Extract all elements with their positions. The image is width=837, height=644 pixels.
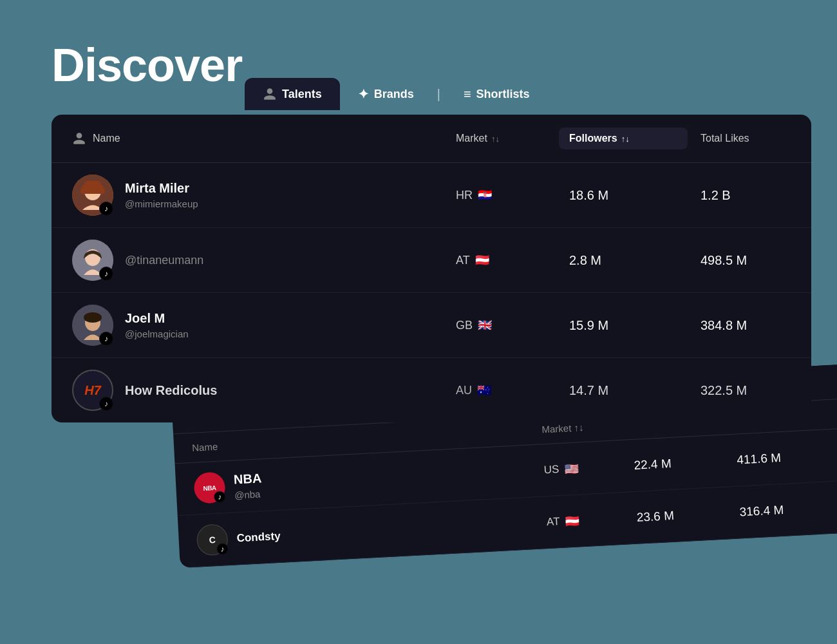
tina-market: AT 🇦🇹 (456, 253, 559, 267)
col-market-header[interactable]: Market ↑↓ (456, 133, 559, 144)
joel-avatar-wrap: ♪ (72, 305, 113, 346)
condsty-name: Condsty (236, 530, 281, 545)
header-person-icon (72, 131, 86, 146)
joel-handle: @joelmagician (125, 328, 189, 339)
nav-bar: Talents ✦ Brands | ≡ Shortlists (245, 77, 548, 111)
joel-total-likes: 384.8 M (688, 318, 791, 333)
how-tiktok-badge: ♪ (99, 397, 113, 411)
nba-name: NBA (233, 471, 261, 487)
mirta-info: Mirta Miler @mimiermakeup (125, 181, 198, 209)
how-market: AU 🇦🇺 (456, 383, 559, 397)
condsty-likes: 316.4 M (739, 500, 836, 520)
nba-handle: @nba (234, 488, 263, 500)
nba-info: NBA @nba (233, 471, 263, 500)
nba-market: US 🇺🇸 (543, 459, 634, 477)
tina-total-likes: 498.5 M (688, 253, 791, 268)
brands-condsty-name-col: C ♪ Condsty (196, 507, 548, 556)
how-name-col: H7 ♪ How Redicolus (72, 370, 456, 411)
person-icon (263, 87, 277, 101)
how-total-likes: 322.5 M (688, 383, 791, 398)
joel-followers: 15.9 M (559, 318, 688, 333)
joel-market: GB 🇬🇧 (456, 318, 559, 332)
market-col-label: Market (456, 133, 487, 144)
tab-brands[interactable]: ✦ Brands (340, 77, 432, 111)
joel-info: Joel M @joelmagician (125, 311, 189, 339)
tab-brands-label: Brands (374, 88, 414, 101)
condsty-market: AT 🇦🇹 (546, 511, 637, 529)
table-header: Name Market ↑↓ Followers ↑↓ Total Likes (52, 115, 811, 163)
how-info: How Redicolus (125, 383, 217, 398)
nba-followers: 22.4 M (634, 453, 737, 473)
mirta-followers: 18.6 M (559, 188, 688, 203)
condsty-followers: 23.6 M (636, 505, 740, 524)
nba-likes: 411.6 M (737, 448, 834, 468)
how-name: How Redicolus (125, 383, 217, 398)
tina-handle: @tinaneumann (125, 254, 203, 267)
market-sort-icon: ↑↓ (491, 134, 500, 144)
tab-talents-label: Talents (282, 88, 322, 101)
mirta-tiktok-badge: ♪ (99, 202, 113, 216)
joel-name-col: ♪ Joel M @joelmagician (72, 305, 456, 346)
brands-nba-name-col: NBA ♪ NBA @nba (193, 455, 545, 504)
tab-talents[interactable]: Talents (245, 78, 340, 110)
followers-col-label: Followers (569, 133, 617, 144)
tina-followers: 2.8 M (559, 253, 688, 268)
tina-name-col: ♪ @tinaneumann (72, 240, 456, 281)
mirta-avatar-wrap: ♪ (72, 175, 113, 216)
mirta-name-col: ♪ Mirta Miler @mimiermakeup (72, 175, 456, 216)
table-row-how[interactable]: H7 ♪ How Redicolus AU 🇦🇺 14.7 M 322.5 M (52, 358, 811, 422)
nba-tiktok-badge: ♪ (214, 491, 226, 503)
tab-shortlists[interactable]: ≡ Shortlists (446, 78, 548, 111)
tina-info: @tinaneumann (125, 254, 203, 267)
col-name-header: Name (72, 131, 456, 146)
mirta-handle: @mimiermakeup (125, 198, 198, 209)
name-col-label: Name (93, 133, 120, 144)
main-card: Name Market ↑↓ Followers ↑↓ Total Likes (52, 115, 811, 422)
joel-tiktok-badge: ♪ (99, 332, 113, 346)
how-avatar-wrap: H7 ♪ (72, 370, 113, 411)
joel-name: Joel M (125, 311, 189, 326)
col-followers-header[interactable]: Followers ↑↓ (559, 128, 688, 149)
table-row-tina[interactable]: ♪ @tinaneumann AT 🇦🇹 2.8 M 498.5 M (52, 228, 811, 293)
condsty-info: Condsty (236, 530, 281, 545)
col-total-likes-header[interactable]: Total Likes (688, 133, 791, 144)
tina-tiktok-badge: ♪ (99, 267, 113, 281)
nav-divider: | (437, 87, 440, 102)
how-followers: 14.7 M (559, 383, 688, 398)
mirta-name: Mirta Miler (125, 181, 198, 196)
followers-sort-icon: ↑↓ (621, 134, 630, 144)
mirta-market: HR 🇭🇷 (456, 188, 559, 202)
star-icon: ✦ (358, 86, 369, 102)
condsty-tiktok-badge: ♪ (216, 543, 229, 555)
table-row-mirta[interactable]: ♪ Mirta Miler @mimiermakeup HR 🇭🇷 18.6 M… (52, 163, 811, 228)
table-row-joel[interactable]: ♪ Joel M @joelmagician GB 🇬🇧 15.9 M 384.… (52, 293, 811, 358)
total-likes-col-label: Total Likes (701, 133, 749, 144)
tab-shortlists-label: Shortlists (476, 88, 530, 101)
mirta-total-likes: 1.2 B (688, 188, 791, 203)
list-icon: ≡ (464, 87, 471, 102)
page-title: Discover (52, 39, 242, 91)
tina-avatar-wrap: ♪ (72, 240, 113, 281)
